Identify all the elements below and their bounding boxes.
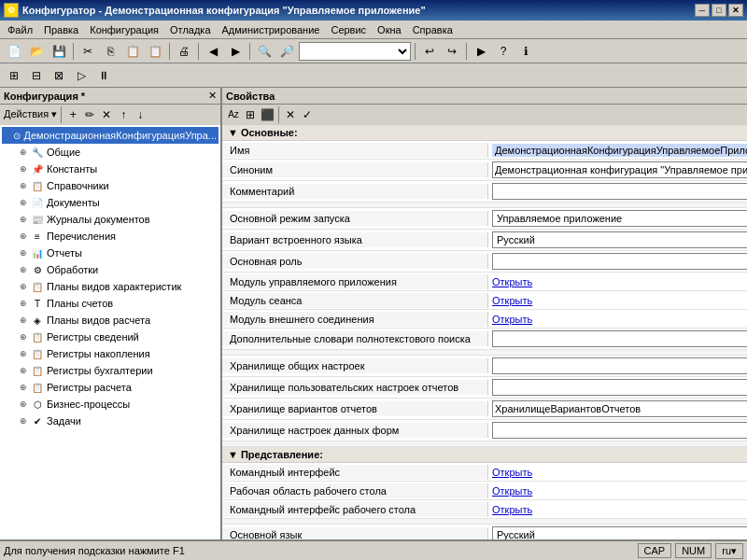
prop-name-row: Имя ДемонстрационнаяКонфигурацияУправляе…	[222, 141, 747, 160]
prop-report-variants-storage-input[interactable]	[492, 400, 747, 417]
config-down[interactable]: ↓	[133, 107, 148, 122]
toolbar2-btn5[interactable]: ⏸	[93, 65, 114, 86]
toolbar-new[interactable]: 📄	[4, 41, 24, 62]
tree-item-calc-reg[interactable]: ⊕ 📋 Регистры расчета	[2, 379, 218, 396]
tree-item-constants[interactable]: ⊕ 📌 Константы	[2, 161, 218, 177]
toolbar2-btn2[interactable]: ⊟	[26, 65, 47, 86]
separator-6	[466, 43, 467, 60]
prop-user-reports-storage-row: Хранилище пользовательских настроек отче…	[222, 377, 747, 399]
separator-2	[169, 43, 170, 60]
toolbar-info[interactable]: ℹ	[515, 41, 536, 62]
prop-comment-input[interactable]	[492, 183, 747, 200]
toolbar2-btn4[interactable]: ▷	[71, 65, 92, 86]
toolbar-back[interactable]: ◀	[203, 41, 223, 62]
menu-file[interactable]: Файл	[2, 22, 38, 37]
props-filter-btn[interactable]: ⬛	[260, 107, 275, 122]
maximize-button[interactable]: □	[712, 4, 726, 17]
prop-form-data-storage-row: Хранилище настроек данных форм … ✕	[222, 420, 747, 441]
config-delete[interactable]: ✕	[99, 107, 114, 122]
close-button[interactable]: ✕	[728, 4, 743, 17]
tree-item-chars[interactable]: ⊕ 📋 Планы видов характеристик	[2, 278, 218, 295]
toolbar-paste2[interactable]: 📋	[145, 41, 165, 62]
prop-cmd-interface-value: Открыть	[488, 465, 747, 480]
prop-main-role-input[interactable]	[492, 253, 747, 270]
toolbar-cut[interactable]: ✂	[78, 41, 98, 62]
prop-cmd-interface-link[interactable]: Открыть	[492, 467, 532, 478]
tree-item-journals[interactable]: ⊕ 📰 Журналы документов	[2, 211, 218, 228]
actions-button[interactable]: Действия ▾	[4, 108, 57, 120]
prop-session-module-link[interactable]: Открыть	[492, 295, 532, 306]
prop-ext-conn-module-link[interactable]: Открыть	[492, 314, 532, 325]
icon-processing: ⚙	[30, 262, 45, 277]
menu-windows[interactable]: Окна	[372, 22, 407, 37]
toolbar-open[interactable]: 📂	[26, 41, 47, 62]
expander-accounts: ⊕	[17, 297, 30, 310]
prop-common-storage-input[interactable]	[492, 357, 747, 374]
tree-item-enums[interactable]: ⊕ ≡ Перечисления	[2, 228, 218, 245]
status-right: CAP NUM ru▾	[638, 543, 743, 559]
tree-item-bproc[interactable]: ⊕ ⬡ Бизнес-процессы	[2, 396, 218, 413]
toolbar-search[interactable]: 🔍	[254, 41, 275, 62]
toolbar2-btn1[interactable]: ⊞	[4, 65, 24, 86]
toolbar-redo[interactable]: ↪	[442, 41, 462, 62]
tree-label-acc-reg: Регистры бухгалтерии	[47, 365, 153, 376]
menu-admin[interactable]: Администрирование	[217, 22, 326, 37]
status-lang[interactable]: ru▾	[715, 543, 743, 559]
prop-name-value: ДемонстрационнаяКонфигурацияУправляемоеП…	[488, 142, 747, 159]
tree-item-accum-reg[interactable]: ⊕ 📋 Регистры накопления	[2, 345, 218, 362]
props-category-btn[interactable]: ⊞	[243, 107, 258, 122]
tree-item-calc-plans[interactable]: ⊕ ◈ Планы видов расчета	[2, 312, 218, 329]
prop-main-lang-select[interactable]: Русский	[492, 526, 747, 539]
config-panel-close[interactable]: ✕	[208, 90, 217, 102]
toolbar-print[interactable]: 🖨	[174, 41, 194, 62]
toolbar2-btn3[interactable]: ⊠	[49, 65, 69, 86]
tree-item-reports[interactable]: ⊕ 📊 Отчеты	[2, 245, 218, 261]
prop-synonym-input[interactable]	[492, 161, 747, 178]
toolbar-save[interactable]: 💾	[49, 41, 69, 62]
tree-label-refs: Справочники	[47, 180, 109, 191]
toolbar-paste[interactable]: 📋	[122, 41, 143, 62]
props-sort-btn[interactable]: Az	[226, 107, 241, 122]
menu-edit[interactable]: Правка	[38, 22, 84, 37]
prop-managed-module-link[interactable]: Открыть	[492, 276, 532, 287]
prop-form-data-storage-input[interactable]	[492, 422, 747, 439]
prop-lang-variant-select[interactable]: Русский	[492, 231, 747, 248]
toolbar-search2[interactable]: 🔎	[276, 41, 297, 62]
tree-item-accounts[interactable]: ⊕ T Планы счетов	[2, 295, 218, 312]
props-apply-btn[interactable]: ✓	[300, 107, 315, 122]
tree-item-tasks[interactable]: ⊕ ✔ Задачи	[2, 413, 218, 429]
toolbar-copy[interactable]: ⎘	[100, 41, 120, 62]
menu-help[interactable]: Справка	[407, 22, 458, 37]
menu-debug[interactable]: Отладка	[164, 22, 216, 37]
tree-label-calc-reg: Регистры расчета	[47, 382, 132, 393]
prop-user-reports-storage-input[interactable]	[492, 379, 747, 396]
icon-calc-plans: ◈	[30, 313, 45, 328]
tree-item-docs[interactable]: ⊕ 📄 Документы	[2, 194, 218, 211]
props-clear-btn[interactable]: ✕	[283, 107, 298, 122]
toolbar-run[interactable]: ▶	[471, 41, 491, 62]
toolbar-help2[interactable]: ?	[493, 41, 514, 62]
tree-item-acc-reg[interactable]: ⊕ 📋 Регистры бухгалтерии	[2, 362, 218, 379]
tree-item-common[interactable]: ⊕ 🔧 Общие	[2, 144, 218, 161]
tree-item-info-reg[interactable]: ⊕ 📋 Регистры сведений	[2, 329, 218, 345]
minimize-button[interactable]: ─	[695, 4, 710, 17]
config-tree[interactable]: ⊙ ДемонстрационнаяКонфигурацияУпра... ⊕ …	[0, 125, 220, 539]
config-add[interactable]: +	[65, 107, 80, 122]
toolbar-fwd[interactable]: ▶	[225, 41, 246, 62]
tree-item-processing[interactable]: ⊕ ⚙ Обработки	[2, 261, 218, 278]
menu-service[interactable]: Сервис	[325, 22, 372, 37]
prop-desktop-area-link[interactable]: Открыть	[492, 485, 532, 497]
prop-extra-dicts-row: Дополнительные словари полнотекстового п…	[222, 329, 747, 350]
expander-root	[4, 129, 12, 142]
config-up[interactable]: ↑	[116, 107, 131, 122]
menu-configuration[interactable]: Конфигурация	[84, 22, 164, 37]
toolbar-undo[interactable]: ↩	[419, 41, 440, 62]
prop-desktop-cmd-link[interactable]: Открыть	[492, 504, 532, 515]
tree-label-bproc: Бизнес-процессы	[47, 399, 130, 410]
toolbar-combo[interactable]	[299, 42, 411, 61]
prop-launch-mode-select[interactable]: Управляемое приложение	[492, 210, 747, 227]
tree-root[interactable]: ⊙ ДемонстрационнаяКонфигурацияУпра...	[2, 127, 218, 144]
tree-item-refs[interactable]: ⊕ 📋 Справочники	[2, 177, 218, 194]
prop-extra-dicts-input[interactable]	[492, 330, 747, 347]
config-edit[interactable]: ✏	[82, 107, 97, 122]
